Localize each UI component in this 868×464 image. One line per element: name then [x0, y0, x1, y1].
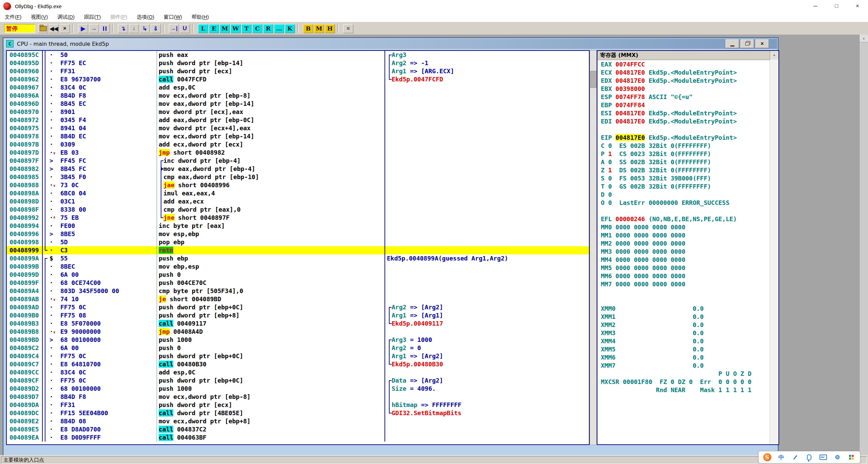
disasm-row[interactable]: 004089DC·FF15 5EE04B00call dword ptr [4B… — [7, 409, 589, 417]
disasm-row[interactable]: 004089C2·6A 00push 0Arg2 = 0 — [7, 344, 589, 352]
register-row[interactable]: P U O Z D — [597, 370, 770, 378]
disassembly-scrollbar[interactable] — [590, 50, 597, 445]
menu-item-h[interactable]: 帮助(H) — [187, 12, 214, 22]
registers-scroll-up-icon[interactable]: ▲ — [770, 51, 778, 60]
trace-into-button[interactable]: ↳ — [140, 24, 150, 33]
memory-window-button[interactable]: M — [220, 24, 230, 33]
microphone-icon[interactable] — [805, 453, 814, 462]
disasm-row[interactable]: 00408999·C3retn — [7, 246, 589, 254]
register-row[interactable]: XMM0 0.0 — [597, 305, 770, 313]
open-file-button[interactable] — [38, 24, 48, 33]
disasm-row[interactable]: 0040899F·68 0CE74C00push 004CE70C — [7, 279, 589, 287]
disasm-row[interactable]: 00408967·83C4 0Cadd esp,0C — [7, 83, 589, 92]
register-row[interactable]: C 0 ES 002B 32Bit 0(FFFFFFFF) — [597, 142, 770, 150]
registers-scrollbar[interactable] — [770, 60, 778, 444]
menu-item-d[interactable]: 调试(D) — [53, 12, 79, 22]
register-row[interactable]: T 0 GS 002B 32Bit 0(FFFFFFFF) — [597, 182, 770, 191]
menu-item-v[interactable]: 视图(V) — [26, 12, 53, 22]
register-row[interactable]: O 0 LastErr 00000000 ERROR_SUCCESS — [597, 199, 770, 207]
memorymap-window-button[interactable]: M — [314, 24, 324, 33]
disasm-row[interactable]: 00408972·0345 F4add eax,dword ptr [ebp-0… — [7, 116, 589, 124]
disasm-row[interactable]: 0040897D·∨EB 03jmp short 00408982 — [7, 149, 589, 157]
resume-button[interactable]: → — [89, 24, 99, 33]
disasm-row[interactable]: 004089CC·83C4 0Cadd esp,0C — [7, 368, 589, 376]
disasm-row[interactable]: 0040898D·03C1add eax,ecx — [7, 197, 589, 206]
register-row[interactable]: EDI 004817E0 Ekd5p.<ModuleEntryPoint> — [597, 117, 770, 125]
disasm-row[interactable]: 004089B0·FF75 08push dword ptr [ebp+8]Ar… — [7, 311, 589, 320]
menu-item-p[interactable]: 插件(P) — [105, 12, 132, 22]
disasm-row[interactable]: 004089E2·8B4D 08mov ecx,dword ptr [ebp+8… — [7, 417, 589, 425]
register-row[interactable] — [597, 296, 770, 305]
cpu-titlebar[interactable]: C CPU - main thread, module Ekd5p × — [4, 39, 777, 49]
disasm-row[interactable]: 0040895D·FF75 ECpush dword ptr [ebp-14]A… — [7, 59, 589, 67]
mdi-scroll-up-icon[interactable]: ▲ — [860, 35, 868, 42]
disasm-row[interactable]: 0040896A·8B4D F8mov ecx,dword ptr [ebp-8… — [7, 92, 589, 100]
register-row[interactable]: Rnd NEAR Mask 1 1 1 1 1 — [597, 386, 770, 394]
register-row[interactable]: XMM6 0.0 — [597, 353, 770, 362]
register-row[interactable]: MM7 0000 0000 0000 0000 — [597, 280, 770, 288]
register-row[interactable]: XMM4 0.0 — [597, 337, 770, 345]
step-over-button[interactable]: ↓ — [129, 24, 139, 33]
register-row[interactable]: MM2 0000 0000 0000 0000 — [597, 239, 770, 248]
menu-item-w[interactable]: 窗口(W) — [159, 12, 187, 22]
pause-button[interactable] — [100, 24, 110, 33]
register-row[interactable]: P 1 CS 0023 32Bit 0(FFFFFFFF) — [597, 150, 770, 158]
disasm-row[interactable]: 004089C7·E8 64810700call 00480B30Ekd5p.0… — [7, 360, 589, 368]
executables-window-button[interactable]: E — [209, 24, 219, 33]
disasm-row[interactable]: 00408988·∨73 0Cjae short 00408996 — [7, 181, 589, 189]
disasm-row[interactable]: 004089D7·8B4D F8mov ecx,dword ptr [ebp-8… — [7, 393, 589, 401]
register-row[interactable]: EFL 00000246 (NO,NB,E,BE,NS,PE,GE,LE) — [597, 215, 770, 223]
disassembly-pane[interactable]: 0040895C·50push eaxArg30040895D·FF75 ECp… — [6, 50, 590, 445]
disasm-row[interactable]: 004089AD·FF75 0Cpush dword ptr [ebp+0C]A… — [7, 303, 589, 311]
menu-item-t[interactable]: 跟踪(T) — [79, 12, 105, 22]
log-window-button[interactable]: L — [198, 24, 208, 33]
disasm-row[interactable]: 004089B3·E8 5F070000call 00409117Ekd5p.0… — [7, 320, 589, 328]
disasm-row[interactable]: 00408978·8B4D ECmov ecx,dword ptr [ebp-1… — [7, 132, 589, 140]
toolbox-icon[interactable]: ⚙ — [833, 453, 842, 462]
disasm-row[interactable]: 0040897B·0309add ecx,dword ptr [ecx] — [7, 140, 589, 149]
register-row[interactable]: EDX 004817E0 Ekd5p.<ModuleEntryPoint> — [597, 77, 770, 85]
register-row[interactable]: MM4 0000 0000 0000 0000 — [597, 256, 770, 264]
register-row[interactable]: ESI 004817E0 Ekd5p.<ModuleEntryPoint> — [597, 109, 770, 117]
disasm-row[interactable]: 004089CF·FF75 0Cpush dword ptr [ebp+0C]D… — [7, 376, 589, 385]
register-row[interactable]: EAX 0074FFCC — [597, 60, 770, 69]
disasm-row[interactable]: 00408975·8941 04mov dword ptr [ecx+4],ea… — [7, 124, 589, 132]
disasm-row[interactable]: 004089C4·FF75 0Cpush dword ptr [ebp+0C]A… — [7, 352, 589, 360]
disasm-row[interactable]: 004089DA·FF31push dword ptr [ecx]hBitmap… — [7, 401, 589, 409]
disasm-row[interactable]: 0040899B·8BECmov ebp,esp — [7, 263, 589, 271]
maximize-button[interactable]: □ — [826, 0, 847, 12]
register-row[interactable]: S 0 FS 0053 32Bit 39B000(FFF) — [597, 174, 770, 182]
disasm-row[interactable]: 00408982>8B45 FCmov eax,dword ptr [ebp-4… — [7, 165, 589, 173]
minimize-button[interactable]: ─ — [805, 0, 826, 12]
register-row[interactable]: Z 1 DS 002B 32Bit 0(FFFFFFFF) — [597, 166, 770, 174]
close-button[interactable]: × — [847, 0, 868, 12]
disasm-row[interactable]: 004089E5·E8 D8AD0700call 004837C2 — [7, 425, 589, 433]
appearance-options-button[interactable]: ≡ — [343, 24, 353, 33]
register-row[interactable]: XMM7 0.0 — [597, 362, 770, 370]
disasm-row[interactable]: 00408985·3B45 F0cmp eax,dword ptr [ebp-1… — [7, 173, 589, 181]
register-row[interactable]: MM3 0000 0000 0000 0000 — [597, 248, 770, 256]
disasm-row[interactable]: 0040899D·6A 00push 0 — [7, 271, 589, 279]
trace-over-button[interactable]: ⇓ — [151, 24, 161, 33]
register-row[interactable]: MM6 0000 0000 0000 0000 — [597, 272, 770, 280]
disasm-row[interactable]: 004089A4·803D 345F5000 00cmp byte ptr [5… — [7, 287, 589, 295]
soft-keyboard-icon[interactable] — [819, 453, 828, 462]
chinese-mode-icon[interactable]: 中 — [777, 453, 786, 462]
app-grid-icon[interactable] — [847, 453, 856, 462]
cpu-window-button[interactable]: C — [252, 24, 262, 33]
register-row[interactable]: EIP 004817E0 Ekd5p.<ModuleEntryPoint> — [597, 134, 770, 142]
register-row[interactable] — [597, 288, 770, 296]
register-row[interactable]: D 0 — [597, 191, 770, 199]
run-button[interactable]: ▶ — [78, 24, 88, 33]
register-row[interactable]: MM1 0000 0000 0000 0000 — [597, 231, 770, 239]
register-row[interactable]: XMM3 0.0 — [597, 329, 770, 337]
sogou-logo-icon[interactable]: S — [763, 453, 772, 462]
register-row[interactable]: EBX 00398000 — [597, 85, 770, 93]
disasm-row[interactable]: 0040898A·6BC0 04imul eax,eax,4 — [7, 189, 589, 197]
execute-till-user-button[interactable]: U — [180, 24, 190, 33]
references-window-button[interactable]: R — [263, 24, 273, 33]
disasm-row[interactable]: 0040896D·8B45 ECmov eax,dword ptr [ebp-1… — [7, 100, 589, 108]
disasm-row[interactable]: 0040899A$55push ebpEkd5p.0040899A(guesse… — [7, 254, 589, 263]
disasm-row[interactable]: 004089BD>68 00100000push 1000Arg3 = 1000 — [7, 336, 589, 344]
register-row[interactable]: XMM5 0.0 — [597, 345, 770, 353]
